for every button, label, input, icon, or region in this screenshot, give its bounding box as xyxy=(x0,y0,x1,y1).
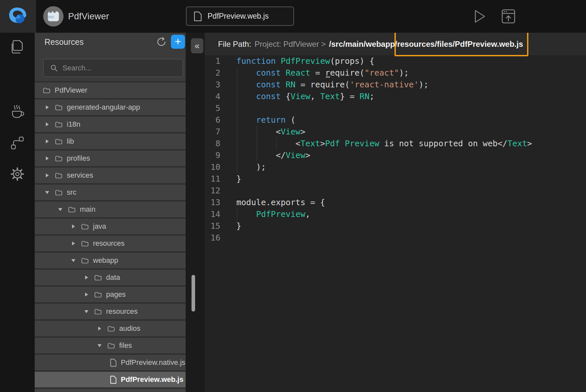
code-line-3[interactable]: 3 const RN = require('react-native'); xyxy=(205,79,586,91)
tree-item-data[interactable]: data xyxy=(35,270,186,285)
code-line-2[interactable]: 2 const React = require("react"); xyxy=(205,67,586,79)
tree-item-pdfviewer[interactable]: PdfViewer xyxy=(35,82,186,98)
folder-icon xyxy=(81,223,89,230)
tree-item-webapp[interactable]: webapp xyxy=(35,253,186,268)
tree-scrollbar-thumb[interactable] xyxy=(192,275,195,312)
folder-icon-wrap xyxy=(107,326,115,332)
folder-icon-wrap xyxy=(107,343,115,349)
code-line-11[interactable]: 11} xyxy=(205,173,586,185)
code-text: const RN = require('react-native'); xyxy=(236,79,429,91)
add-resource-button[interactable]: + xyxy=(171,35,185,49)
chevron-down-icon[interactable] xyxy=(71,259,76,262)
code-line-10[interactable]: 10 ); xyxy=(205,161,586,173)
code-line-4[interactable]: 4 const {View, Text} = RN; xyxy=(205,91,586,102)
chevron-right-icon[interactable] xyxy=(71,224,76,228)
tree-item-pdfpreview-web-js[interactable]: PdfPreview.web.js xyxy=(35,372,186,387)
folder-icon-wrap xyxy=(94,275,102,281)
file-icon-wrap xyxy=(110,376,117,384)
tree-item-services[interactable]: services xyxy=(35,168,186,183)
run-preview-button[interactable] xyxy=(473,9,487,24)
open-file-tab-label: PdfPreview.web.js xyxy=(208,12,269,21)
tree-item-generated-angular-app[interactable]: generated-angular-app xyxy=(35,99,186,115)
file-icon xyxy=(110,376,117,384)
tree-item-pdfpreview-native-js[interactable]: PdfPreview.native.js xyxy=(35,355,186,370)
activity-rail xyxy=(0,33,35,392)
folder-icon xyxy=(55,189,63,196)
tree-item-lib[interactable]: lib xyxy=(35,134,186,149)
refresh-resources-button[interactable] xyxy=(156,36,167,47)
chevron-down-icon[interactable] xyxy=(45,191,50,194)
folder-icon-wrap xyxy=(81,241,89,247)
file-icon xyxy=(110,359,117,367)
line-number: 3 xyxy=(205,79,220,91)
folder-icon-wrap xyxy=(81,258,89,264)
chevron-right-icon[interactable] xyxy=(45,173,50,177)
tree-item-label: PdfPreview.web.js xyxy=(121,375,183,384)
code-line-5[interactable]: 5 xyxy=(205,102,586,114)
tree-item-label: main xyxy=(80,205,96,214)
folder-icon xyxy=(94,309,102,315)
chevron-right-icon[interactable] xyxy=(97,327,102,330)
code-line-12[interactable]: 12 xyxy=(205,185,586,197)
chevron-down-icon[interactable] xyxy=(97,344,102,347)
rail-java-button[interactable] xyxy=(0,102,35,121)
tree-item-files[interactable]: files xyxy=(35,338,186,353)
code-editor[interactable]: 1function PdfPreview(props) {2 const Rea… xyxy=(205,55,586,392)
rail-settings-button[interactable] xyxy=(0,165,35,183)
tree-item-audios[interactable]: audios xyxy=(35,321,186,336)
refresh-icon xyxy=(156,37,167,47)
tree-item-java[interactable]: java xyxy=(35,219,186,234)
chevron-down-icon[interactable] xyxy=(84,310,89,313)
play-icon xyxy=(474,9,486,23)
folder-icon-wrap xyxy=(55,189,63,196)
code-line-1[interactable]: 1function PdfPreview(props) { xyxy=(205,55,586,67)
folder-icon-wrap xyxy=(94,309,102,315)
chevron-right-icon[interactable] xyxy=(45,105,50,109)
code-text: </View> xyxy=(236,150,310,161)
tree-item-label: audios xyxy=(119,324,140,333)
code-line-13[interactable]: 13module.exports = { xyxy=(205,197,586,208)
tree-item-label: pages xyxy=(106,290,126,299)
brand-logo-tile[interactable] xyxy=(0,0,36,33)
code-line-6[interactable]: 6 return ( xyxy=(205,114,586,126)
chevron-right-icon[interactable] xyxy=(84,293,89,296)
folder-icon-wrap xyxy=(55,104,63,111)
code-line-9[interactable]: 9 </View> xyxy=(205,150,586,161)
open-file-tab[interactable]: PdfPreview.web.js xyxy=(186,7,294,26)
code-text: PdfPreview, xyxy=(236,208,310,220)
code-text: } xyxy=(236,220,241,232)
folder-icon-wrap xyxy=(55,155,63,162)
app-window: PdfViewer PdfPreview.web.js xyxy=(0,0,586,392)
tree-item-label: PdfViewer xyxy=(55,86,87,95)
tree-item-i18n[interactable]: i18n xyxy=(35,116,186,132)
tree-item-resources[interactable]: resources xyxy=(35,236,186,251)
folder-icon xyxy=(94,275,102,281)
tree-item-resources[interactable]: resources xyxy=(35,304,186,319)
collapse-panel-button[interactable]: « xyxy=(191,38,203,53)
search-input[interactable] xyxy=(63,64,171,72)
folder-icon-wrap xyxy=(94,292,102,298)
code-line-16[interactable]: 16 xyxy=(205,232,586,244)
chevron-right-icon[interactable] xyxy=(45,139,50,143)
publish-button[interactable] xyxy=(501,9,516,24)
chevron-right-icon[interactable] xyxy=(71,241,76,245)
chevron-right-icon[interactable] xyxy=(45,156,50,160)
tree-item-pages[interactable]: pages xyxy=(35,287,186,302)
code-line-14[interactable]: 14 PdfPreview, xyxy=(205,208,586,220)
chevron-right-icon[interactable] xyxy=(45,122,50,126)
tree-item-src[interactable]: src xyxy=(35,185,186,200)
chevron-right-icon[interactable] xyxy=(84,276,89,279)
chevron-down-icon[interactable] xyxy=(58,208,63,211)
rail-flow-button[interactable] xyxy=(0,134,35,152)
tree-item-label: profiles xyxy=(67,154,90,163)
tree-item-main[interactable]: main xyxy=(35,202,186,217)
code-line-8[interactable]: 8 <Text>Pdf Preview is not supported on … xyxy=(205,138,586,150)
rail-pages-button[interactable] xyxy=(0,38,35,56)
resources-search-box[interactable] xyxy=(43,59,183,77)
folder-icon xyxy=(81,258,89,264)
code-line-15[interactable]: 15} xyxy=(205,220,586,232)
tree-item-profiles[interactable]: profiles xyxy=(35,151,186,166)
folder-icon-wrap xyxy=(55,138,63,145)
code-panel: File Path: Project: PdfViewer > /src/mai… xyxy=(205,33,586,392)
code-line-7[interactable]: 7 <View> xyxy=(205,126,586,138)
